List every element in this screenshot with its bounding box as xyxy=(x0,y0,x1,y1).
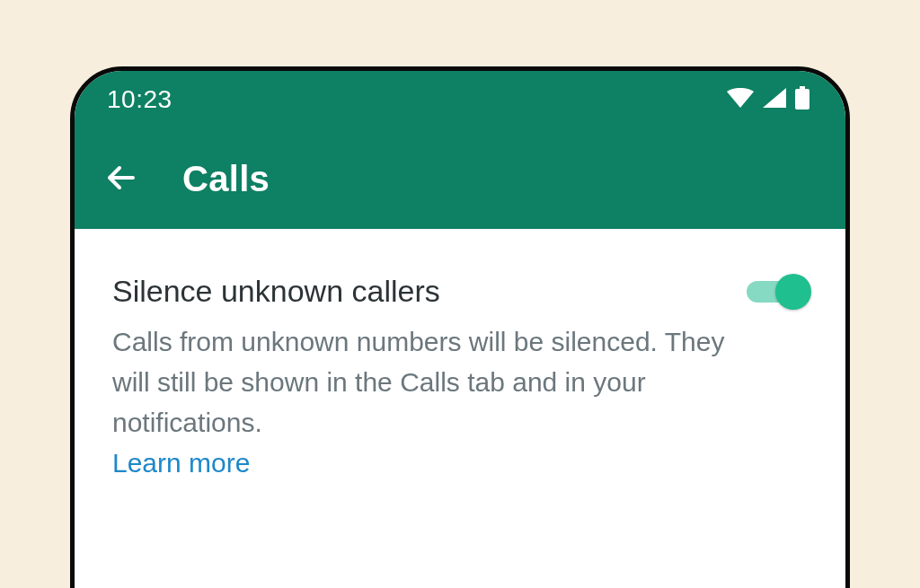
setting-title: Silence unknown callers xyxy=(112,274,725,309)
svg-rect-0 xyxy=(800,86,805,89)
status-time: 10:23 xyxy=(107,85,172,114)
battery-icon xyxy=(795,86,809,113)
toggle-thumb xyxy=(775,274,811,310)
phone-frame: 10:23 xyxy=(70,66,850,588)
silence-unknown-callers-row: Silence unknown callers Calls from unkno… xyxy=(112,274,808,478)
setting-text-block: Silence unknown callers Calls from unkno… xyxy=(112,274,725,478)
silence-unknown-callers-toggle[interactable] xyxy=(747,274,808,310)
status-bar: 10:23 xyxy=(75,71,845,128)
svg-rect-1 xyxy=(795,89,809,110)
setting-description: Calls from unknown numbers will be silen… xyxy=(112,321,725,443)
back-button[interactable] xyxy=(100,157,143,200)
page-title: Calls xyxy=(182,159,270,199)
cellular-signal-icon xyxy=(763,88,786,111)
learn-more-link[interactable]: Learn more xyxy=(112,448,250,478)
settings-content: Silence unknown callers Calls from unkno… xyxy=(75,229,845,478)
arrow-left-icon xyxy=(103,160,139,198)
app-bar: Calls xyxy=(75,128,845,229)
status-icons xyxy=(727,86,809,113)
wifi-icon xyxy=(727,88,754,111)
